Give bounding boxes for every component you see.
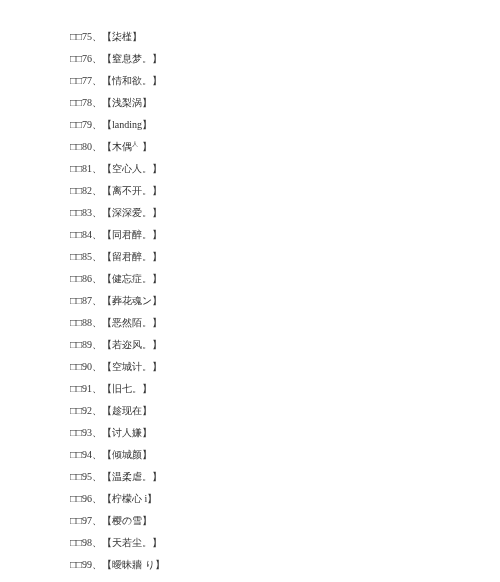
list-item: □□77、【情和欲。】	[70, 74, 470, 88]
item-text: 【柠檬心 i】	[102, 493, 157, 504]
item-number: 89	[82, 339, 92, 350]
item-prefix: □□	[70, 141, 82, 152]
item-number: 82	[82, 185, 92, 196]
item-separator: 、	[92, 229, 102, 240]
item-prefix: □□	[70, 449, 82, 460]
item-prefix: □□	[70, 207, 82, 218]
item-number: 77	[82, 75, 92, 86]
item-prefix: □□	[70, 427, 82, 438]
item-separator: 、	[92, 295, 102, 306]
item-text: 【浅梨涡】	[102, 97, 152, 108]
item-separator: 、	[92, 97, 102, 108]
item-prefix: □□	[70, 515, 82, 526]
item-text: 【葬花魂ン】	[102, 295, 162, 306]
item-number: 80	[82, 141, 92, 152]
item-prefix: □□	[70, 97, 82, 108]
list-item: □□79、【landing】	[70, 118, 470, 132]
item-number: 87	[82, 295, 92, 306]
item-number: 88	[82, 317, 92, 328]
item-separator: 、	[92, 339, 102, 350]
item-text: 【健忘症。】	[102, 273, 162, 284]
item-number: 83	[82, 207, 92, 218]
list-item: □□96、【柠檬心 i】	[70, 492, 470, 506]
item-number: 75	[82, 31, 92, 42]
item-prefix: □□	[70, 229, 82, 240]
item-text: 【窒息梦。】	[102, 53, 162, 64]
item-number: 86	[82, 273, 92, 284]
item-prefix: □□	[70, 559, 82, 570]
item-prefix: □□	[70, 405, 82, 416]
item-text: 【深深爱。】	[102, 207, 162, 218]
list-item: □□97、【樱の雪】	[70, 514, 470, 528]
item-number: 95	[82, 471, 92, 482]
item-number: 93	[82, 427, 92, 438]
item-separator: 、	[92, 383, 102, 394]
item-text: 【樱の雪】	[102, 515, 152, 526]
item-separator: 、	[92, 405, 102, 416]
item-text: 【离不开。】	[102, 185, 162, 196]
list-item: □□84、【同君醉。】	[70, 228, 470, 242]
list-item: □□98、【天若尘。】	[70, 536, 470, 550]
item-prefix: □□	[70, 163, 82, 174]
item-text: 【木偶㆟】	[102, 141, 152, 152]
item-text: 【情和欲。】	[102, 75, 162, 86]
item-separator: 、	[92, 273, 102, 284]
item-number: 84	[82, 229, 92, 240]
item-number: 81	[82, 163, 92, 174]
item-text: 【曖昧牆 り】	[102, 559, 165, 570]
item-separator: 、	[92, 31, 102, 42]
item-text: 【留君醉。】	[102, 251, 162, 262]
list-item: □□90、【空城计。】	[70, 360, 470, 374]
item-separator: 、	[92, 53, 102, 64]
item-number: 85	[82, 251, 92, 262]
item-text: 【同君醉。】	[102, 229, 162, 240]
item-separator: 、	[92, 361, 102, 372]
item-prefix: □□	[70, 31, 82, 42]
item-prefix: □□	[70, 295, 82, 306]
item-text: 【landing】	[102, 119, 152, 130]
list-item: □□87、【葬花魂ン】	[70, 294, 470, 308]
item-separator: 、	[92, 471, 102, 482]
list-item: □□92、【趁现在】	[70, 404, 470, 418]
item-text: 【倾城颜】	[102, 449, 152, 460]
item-prefix: □□	[70, 317, 82, 328]
list-item: □□76、【窒息梦。】	[70, 52, 470, 66]
list-item: □□83、【深深爱。】	[70, 206, 470, 220]
list-item: □□80、【木偶㆟】	[70, 140, 470, 154]
item-separator: 、	[92, 75, 102, 86]
item-prefix: □□	[70, 493, 82, 504]
item-separator: 、	[92, 119, 102, 130]
item-prefix: □□	[70, 273, 82, 284]
item-separator: 、	[92, 449, 102, 460]
item-separator: 、	[92, 141, 102, 152]
item-number: 90	[82, 361, 92, 372]
item-prefix: □□	[70, 537, 82, 548]
item-separator: 、	[92, 185, 102, 196]
item-text: 【空心人。】	[102, 163, 162, 174]
item-text: 【空城计。】	[102, 361, 162, 372]
list-item: □□86、【健忘症。】	[70, 272, 470, 286]
list-item: □□85、【留君醉。】	[70, 250, 470, 264]
item-separator: 、	[92, 251, 102, 262]
list-item: □□75、【柒槿】	[70, 30, 470, 44]
item-prefix: □□	[70, 361, 82, 372]
item-separator: 、	[92, 427, 102, 438]
item-prefix: □□	[70, 119, 82, 130]
item-separator: 、	[92, 163, 102, 174]
item-text: 【温柔虐。】	[102, 471, 162, 482]
list-item: □□81、【空心人。】	[70, 162, 470, 176]
item-number: 92	[82, 405, 92, 416]
item-text: 【旧七。】	[102, 383, 152, 394]
item-number: 79	[82, 119, 92, 130]
list-item: □□94、【倾城颜】	[70, 448, 470, 462]
item-number: 91	[82, 383, 92, 394]
item-prefix: □□	[70, 471, 82, 482]
item-prefix: □□	[70, 383, 82, 394]
item-number: 98	[82, 537, 92, 548]
list-item: □□88、【恶然陌。】	[70, 316, 470, 330]
item-separator: 、	[92, 537, 102, 548]
item-separator: 、	[92, 493, 102, 504]
item-text: 【柒槿】	[102, 31, 142, 42]
item-prefix: □□	[70, 339, 82, 350]
item-separator: 、	[92, 207, 102, 218]
